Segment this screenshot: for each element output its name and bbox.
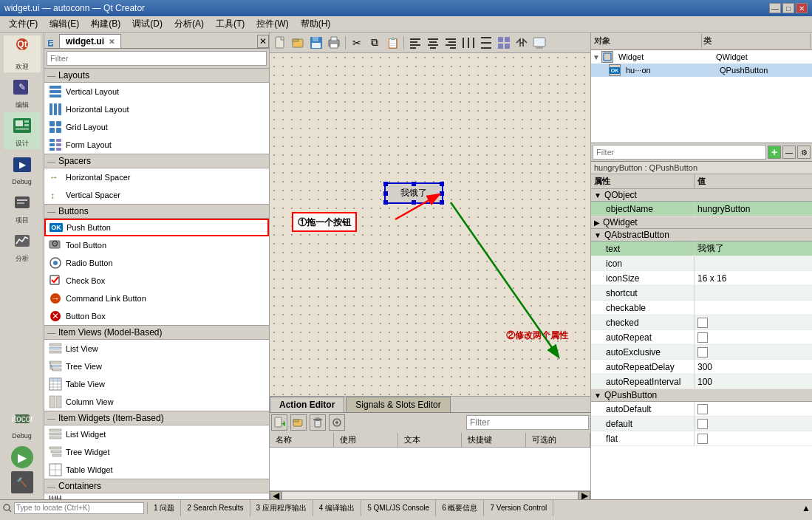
widget-button-box[interactable]: ✕ Button Box bbox=[44, 307, 269, 325]
button-widget[interactable]: 我饿了 bbox=[384, 182, 443, 204]
prop-row-autodefault[interactable]: autoDefault bbox=[591, 402, 812, 417]
action-new-btn[interactable]: + bbox=[271, 414, 287, 431]
scroll-right-btn[interactable]: ▶ bbox=[579, 491, 590, 500]
toolbar-open[interactable] bbox=[290, 35, 307, 51]
toolbar-new[interactable] bbox=[273, 35, 289, 51]
prop-row-icon[interactable]: icon bbox=[591, 256, 812, 271]
window-controls[interactable]: — □ ✕ bbox=[769, 3, 808, 13]
prop-section-qobject[interactable]: ▼ QObject bbox=[591, 189, 812, 202]
menu-tools[interactable]: 工具(T) bbox=[210, 16, 250, 32]
prop-row-objectname[interactable]: objectName hungryButton bbox=[591, 202, 812, 216]
prop-row-autorepeatinterval[interactable]: autoRepeatInterval 100 bbox=[591, 374, 812, 389]
widget-column-view[interactable]: Column View bbox=[44, 393, 269, 411]
action-open-btn[interactable] bbox=[290, 414, 307, 431]
checked-checkbox[interactable] bbox=[697, 318, 708, 328]
prop-row-autorepeatdelay[interactable]: autoRepeatDelay 300 bbox=[591, 360, 812, 374]
prop-section-qabstractbutton[interactable]: ▼ QAbstractButton bbox=[591, 229, 812, 242]
prop-section-qwidget[interactable]: ▶ QWidget bbox=[591, 216, 812, 229]
sidebar-project[interactable]: 项目 bbox=[4, 189, 41, 226]
build-button[interactable]: 🔨 bbox=[11, 471, 33, 493]
file-tab-widget[interactable]: widget.ui ✕ bbox=[59, 34, 121, 48]
prop-row-autorepeat[interactable]: autoRepeat bbox=[591, 330, 812, 345]
widget-tree-widget[interactable]: Tree Widget bbox=[44, 443, 269, 461]
inspector-row-widget[interactable]: ▼ Widget QWidget bbox=[591, 50, 812, 64]
widget-v-spacer[interactable]: ↕ Vertical Spacer bbox=[44, 186, 269, 204]
autoexclusive-checkbox[interactable] bbox=[697, 347, 708, 358]
menu-file[interactable]: 文件(F) bbox=[3, 16, 44, 32]
toolbar-preview[interactable] bbox=[531, 35, 547, 51]
prop-row-flat[interactable]: flat bbox=[591, 431, 812, 446]
prop-row-checked[interactable]: checked bbox=[591, 315, 812, 330]
sidebar-autoconn[interactable]: autoconn Debug bbox=[4, 405, 41, 442]
toolbar-cut[interactable]: ✂ bbox=[349, 35, 365, 51]
sidebar-welcome[interactable]: Qt 欢迎 bbox=[4, 35, 41, 72]
action-filter-input[interactable] bbox=[466, 415, 589, 430]
widget-radio-button[interactable]: Radio Button bbox=[44, 254, 269, 272]
widget-form-layout[interactable]: Form Layout bbox=[44, 136, 269, 154]
widget-vertical-layout[interactable]: Vertical Layout bbox=[44, 83, 269, 100]
widget-command-link[interactable]: → Command Link Button bbox=[44, 290, 269, 307]
sidebar-debug[interactable]: ▶ Debug bbox=[4, 151, 41, 188]
widget-h-spacer[interactable]: ↔ Horizontal Spacer bbox=[44, 168, 269, 186]
toolbar-dist-h[interactable] bbox=[460, 35, 477, 51]
toolbar-copy[interactable]: ⧉ bbox=[366, 35, 383, 51]
section-item-widgets[interactable]: Item Widgets (Item-Based) bbox=[44, 411, 269, 425]
tab-action-editor[interactable]: Action Editor bbox=[270, 397, 344, 412]
action-delete-btn[interactable] bbox=[310, 414, 326, 431]
widget-list-view[interactable]: List View bbox=[44, 340, 269, 358]
prop-row-default[interactable]: default bbox=[591, 417, 812, 431]
tab-close-btn[interactable]: ✕ bbox=[257, 35, 269, 48]
horizontal-scrollbar[interactable]: ◀ ▶ bbox=[270, 490, 590, 499]
prop-add-btn[interactable]: + bbox=[768, 146, 781, 159]
toolbar-break[interactable] bbox=[514, 35, 530, 51]
default-checkbox[interactable] bbox=[697, 419, 708, 429]
menu-build[interactable]: 构建(B) bbox=[85, 16, 126, 32]
section-containers[interactable]: Containers bbox=[44, 479, 269, 493]
section-layouts[interactable]: Layouts bbox=[44, 68, 269, 83]
status-arrow-btn[interactable]: ▲ bbox=[800, 503, 812, 513]
scroll-left-btn[interactable]: ◀ bbox=[270, 491, 282, 500]
sidebar-analyze[interactable]: 分析 bbox=[4, 228, 41, 264]
design-canvas[interactable]: 我饿了 ①拖一个按钮 ②修改两个属性 bbox=[270, 53, 590, 396]
prop-remove-btn[interactable]: — bbox=[782, 146, 796, 159]
widget-tree-view[interactable]: Tree View bbox=[44, 358, 269, 375]
widget-table-widget[interactable]: Table Widget bbox=[44, 461, 269, 479]
toolbar-align-center[interactable] bbox=[425, 35, 441, 51]
status-tab-compile[interactable]: 4 编译输出 bbox=[313, 500, 361, 516]
action-settings-btn[interactable] bbox=[329, 414, 345, 431]
prop-filter-input[interactable] bbox=[593, 145, 766, 160]
menu-analyze[interactable]: 分析(A) bbox=[168, 16, 210, 32]
widget-group-box[interactable]: Group Group Box bbox=[44, 493, 269, 499]
section-spacers[interactable]: Spacers bbox=[44, 154, 269, 168]
status-tab-summary[interactable]: 6 概要信息 bbox=[436, 500, 484, 516]
flat-checkbox[interactable] bbox=[697, 434, 708, 444]
expand-widget[interactable]: ▼ bbox=[593, 53, 601, 61]
widget-check-box[interactable]: Check Box bbox=[44, 272, 269, 290]
close-button[interactable]: ✕ bbox=[796, 3, 808, 13]
toolbar-print[interactable] bbox=[326, 35, 342, 51]
file-tab-close[interactable]: ✕ bbox=[109, 38, 115, 46]
menu-widget[interactable]: 控件(W) bbox=[250, 16, 294, 32]
status-tab-problems[interactable]: 1 问题 bbox=[148, 500, 181, 516]
prop-settings-btn[interactable]: ⚙ bbox=[797, 146, 811, 159]
toolbar-align-left[interactable] bbox=[407, 35, 423, 51]
section-buttons[interactable]: Buttons bbox=[44, 204, 269, 219]
toolbar-grid[interactable] bbox=[496, 35, 512, 51]
toolbar-save[interactable] bbox=[308, 35, 324, 51]
toolbar-dist-v[interactable] bbox=[478, 35, 494, 51]
autodefault-checkbox[interactable] bbox=[697, 404, 708, 414]
prop-row-checkable[interactable]: checkable bbox=[591, 301, 812, 315]
status-tab-search[interactable]: 2 Search Results bbox=[181, 500, 250, 516]
menu-edit[interactable]: 编辑(E) bbox=[44, 16, 85, 32]
prop-row-iconsize[interactable]: iconSize 16 x 16 bbox=[591, 271, 812, 286]
run-button[interactable]: ▶ bbox=[11, 446, 33, 468]
menu-debug[interactable]: 调试(D) bbox=[126, 16, 168, 32]
widget-push-button[interactable]: OK Push Button bbox=[44, 219, 269, 236]
minimize-button[interactable]: — bbox=[769, 3, 781, 13]
inspector-row-button[interactable]: OK hu···on QPushButton bbox=[591, 64, 812, 77]
widget-tool-button[interactable]: ⚙ Tool Button bbox=[44, 236, 269, 254]
scrollbar-track[interactable] bbox=[282, 491, 579, 500]
menu-help[interactable]: 帮助(H) bbox=[295, 16, 337, 32]
section-item-views[interactable]: Item Views (Model-Based) bbox=[44, 325, 269, 340]
prop-row-shortcut[interactable]: shortcut bbox=[591, 286, 812, 301]
